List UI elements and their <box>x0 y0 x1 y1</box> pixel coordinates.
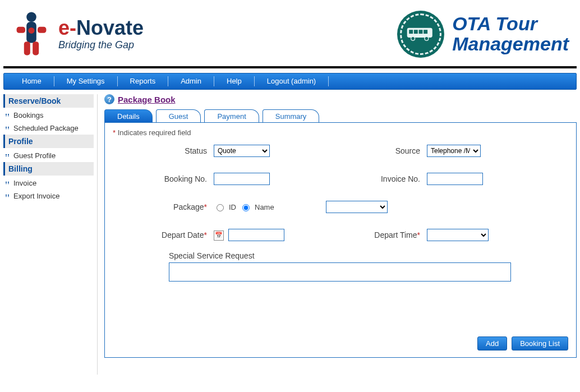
nav-logout[interactable]: Logout (admin) <box>255 73 328 89</box>
sidebar-section-profile: Profile <box>3 135 94 148</box>
booking-list-button[interactable]: Booking List <box>512 336 568 351</box>
app-name-block: OTA Tour Management <box>397 11 569 58</box>
depart-date-input[interactable] <box>228 229 284 241</box>
label-source: Source <box>337 146 427 155</box>
svg-rect-4 <box>24 41 30 55</box>
sidebar-item-invoice[interactable]: Invoice <box>3 177 94 190</box>
sidebar-item-scheduled-package[interactable]: Scheduled Package <box>3 122 94 135</box>
svg-point-6 <box>29 27 35 34</box>
nav-admin[interactable]: Admin <box>168 73 214 89</box>
svg-point-13 <box>425 36 429 40</box>
depart-time-select[interactable] <box>427 229 489 241</box>
label-depart-date: Depart Date* <box>113 230 214 239</box>
main-content: ? Package Book Details Guest Payment Sum… <box>104 94 577 375</box>
nav-home[interactable]: Home <box>10 73 54 89</box>
puzzle-person-icon <box>11 10 52 59</box>
svg-rect-3 <box>38 27 46 33</box>
sidebar-section-billing: Billing <box>3 162 94 176</box>
nav-my-settings[interactable]: My Settings <box>54 73 117 89</box>
svg-point-0 <box>26 12 36 22</box>
label-invoice-no: Invoice No. <box>337 174 427 183</box>
package-by-name-radio[interactable] <box>242 204 250 211</box>
page-title: Package Book <box>118 95 176 104</box>
sidebar: Reserve/Book Bookings Scheduled Package … <box>3 94 98 375</box>
label-ssr: Special Service Request <box>169 251 568 260</box>
label-depart-time: Depart Time* <box>337 230 427 239</box>
sidebar-item-guest-profile[interactable]: Guest Profile <box>3 149 94 162</box>
package-select[interactable] <box>326 201 388 213</box>
brand-text: e-Novate Bridging the Gap <box>58 18 144 51</box>
brand-tagline: Bridging the Gap <box>58 39 144 51</box>
svg-rect-10 <box>419 30 423 34</box>
label-id: ID <box>229 203 236 211</box>
label-booking-no: Booking No. <box>113 174 214 183</box>
svg-rect-9 <box>414 30 418 34</box>
help-icon[interactable]: ? <box>104 94 114 104</box>
status-select[interactable]: Quote <box>214 145 270 157</box>
label-status: Status <box>113 146 214 155</box>
booking-no-input[interactable] <box>214 173 270 185</box>
invoice-no-input[interactable] <box>427 173 483 185</box>
main-nav: Home My Settings Reports Admin Help Logo… <box>3 73 577 90</box>
svg-rect-11 <box>424 30 427 34</box>
brand-prefix: e- <box>58 16 76 39</box>
svg-rect-2 <box>17 27 25 33</box>
bus-badge-icon <box>397 11 444 58</box>
svg-point-12 <box>411 36 415 40</box>
header-divider <box>3 66 577 68</box>
tab-guest[interactable]: Guest <box>156 109 201 123</box>
source-select[interactable]: Telephone /Mob <box>427 145 481 157</box>
nav-reports[interactable]: Reports <box>118 73 168 89</box>
brand-logo: e-Novate Bridging the Gap <box>11 10 144 59</box>
nav-help[interactable]: Help <box>214 73 254 89</box>
brand-word: Novate <box>76 16 144 39</box>
label-name: Name <box>255 203 274 211</box>
sidebar-item-export-invoice[interactable]: Export Invoice <box>3 190 94 202</box>
svg-rect-8 <box>409 30 413 34</box>
header: e-Novate Bridging the Gap OTA Tour Manag… <box>0 0 580 66</box>
tab-details[interactable]: Details <box>104 109 153 123</box>
details-panel: * Indicates required field Status Quote … <box>104 122 577 358</box>
calendar-icon[interactable] <box>214 230 224 241</box>
ssr-input[interactable] <box>169 262 511 282</box>
tab-payment[interactable]: Payment <box>204 109 259 123</box>
app-name: OTA Tour Management <box>452 14 569 54</box>
tab-summary[interactable]: Summary <box>263 109 320 123</box>
sidebar-section-reserve-book: Reserve/Book <box>3 94 94 108</box>
add-button[interactable]: Add <box>477 336 507 351</box>
tabs: Details Guest Payment Summary <box>104 109 577 122</box>
svg-rect-5 <box>33 41 39 55</box>
sidebar-item-bookings[interactable]: Bookings <box>3 109 94 122</box>
label-package: Package* <box>113 202 214 211</box>
package-by-id-radio[interactable] <box>217 204 224 211</box>
required-note: * Indicates required field <box>113 128 568 137</box>
